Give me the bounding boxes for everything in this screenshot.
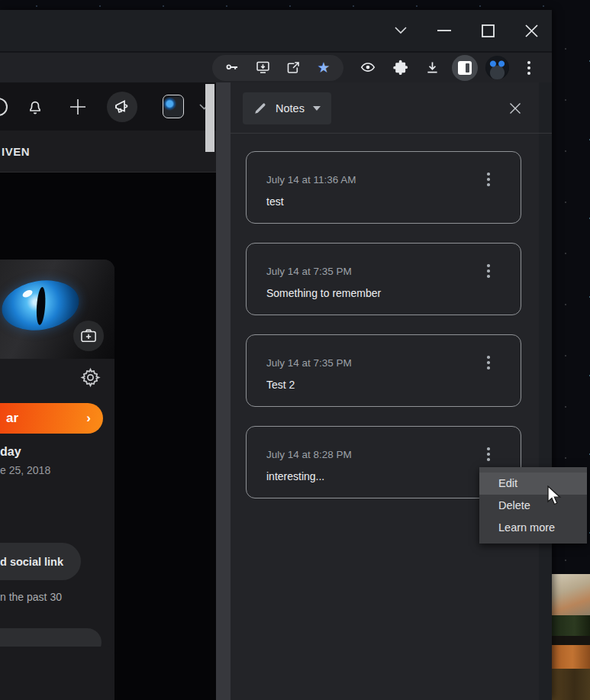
profile-photo xyxy=(0,260,114,359)
note-timestamp: July 14 at 11:36 AM xyxy=(266,174,356,185)
menu-item-edit[interactable]: Edit xyxy=(479,473,587,495)
note-text: Test 2 xyxy=(266,379,295,391)
note-text: Something to remember xyxy=(266,287,381,299)
minimize-button[interactable] xyxy=(433,19,456,42)
caret-down-icon xyxy=(313,106,321,111)
panel-close-button[interactable] xyxy=(508,101,523,116)
note-timestamp: July 14 at 8:28 PM xyxy=(266,449,352,460)
titlebar xyxy=(0,10,552,51)
birthday-title: day xyxy=(0,445,21,459)
notes-side-panel: Notes July 14 at 11:36 AM test xyxy=(231,82,552,700)
note-card[interactable]: July 14 at 7:35 PM Something to remember xyxy=(246,243,521,315)
section-label: IVEN xyxy=(2,145,30,158)
note-menu-kebab-icon[interactable] xyxy=(482,447,495,463)
add-social-link-button[interactable]: d social link xyxy=(0,543,81,580)
note-timestamp: July 14 at 7:35 PM xyxy=(266,266,352,277)
key-icon[interactable] xyxy=(220,56,244,80)
wallpaper-vegetation xyxy=(551,615,590,636)
downloads-icon[interactable] xyxy=(420,56,444,80)
maximize-button[interactable] xyxy=(476,19,499,42)
bookmark-star-icon[interactable]: ★ xyxy=(311,56,336,80)
megaphone-icon xyxy=(113,98,131,115)
browser-window: ★ xyxy=(0,10,552,700)
browser-toolbar: ★ xyxy=(0,51,552,82)
note-menu-kebab-icon[interactable] xyxy=(482,173,495,188)
megaphone-button[interactable] xyxy=(107,92,137,122)
menu-item-delete[interactable]: Delete xyxy=(479,495,587,517)
settings-gear-icon[interactable] xyxy=(80,367,101,388)
change-photo-button[interactable] xyxy=(73,321,104,351)
wallpaper-foreground xyxy=(551,669,590,700)
notes-dropdown-button[interactable]: Notes xyxy=(243,92,331,124)
close-icon xyxy=(509,102,521,115)
birthday-date: e 25, 2018 xyxy=(0,464,50,476)
panel-right-gutter xyxy=(539,82,552,700)
close-button[interactable] xyxy=(520,19,543,42)
note-context-menu: Edit Delete Learn more xyxy=(479,467,587,544)
note-card[interactable]: July 14 at 11:36 AM test xyxy=(246,151,521,224)
notes-panel-header: Notes xyxy=(231,82,552,134)
note-card[interactable]: July 14 at 7:35 PM Test 2 xyxy=(246,334,521,407)
next-section-card xyxy=(0,647,114,700)
wallpaper-field xyxy=(551,645,590,669)
side-panel-button[interactable] xyxy=(452,55,478,81)
stats-text: n the past 30 xyxy=(0,591,62,603)
note-menu-kebab-icon[interactable] xyxy=(482,356,495,371)
note-menu-kebab-icon[interactable] xyxy=(482,264,495,279)
screen: ★ xyxy=(0,0,590,700)
page-scrollbar-thumb[interactable] xyxy=(205,84,214,152)
wallpaper-rock xyxy=(551,574,590,615)
cta-button[interactable]: ar › xyxy=(0,403,103,434)
partial-circle-icon[interactable] xyxy=(0,98,8,116)
panel-separator[interactable] xyxy=(216,82,231,700)
extensions-puzzle-icon[interactable] xyxy=(388,56,412,80)
add-social-link-label: d social link xyxy=(0,556,63,568)
content-area: IVEN xyxy=(0,82,552,700)
side-panel-icon xyxy=(458,61,472,75)
pencil-icon xyxy=(253,102,267,115)
browser-profile-avatar[interactable] xyxy=(485,56,509,79)
user-avatar-thumbnail[interactable] xyxy=(163,95,184,118)
cta-chevron-icon: › xyxy=(86,411,91,426)
webpage-view: IVEN xyxy=(0,82,216,700)
camera-plus-icon xyxy=(80,328,97,344)
notes-list: July 14 at 11:36 AM test July 14 at 7:35… xyxy=(231,134,552,498)
cat-eye-image xyxy=(0,275,83,337)
save-to-device-icon[interactable] xyxy=(250,56,275,80)
dropdown-chevron-icon[interactable] xyxy=(389,19,412,42)
site-section-bar: IVEN xyxy=(0,131,216,173)
note-text: interesting... xyxy=(266,470,324,482)
profile-card: ar › day e 25, 2018 d social link n the … xyxy=(0,260,114,700)
wallpaper-shadow xyxy=(551,636,590,645)
site-header xyxy=(0,82,216,131)
menu-item-learn-more[interactable]: Learn more xyxy=(479,517,587,539)
page-actions-group: ★ xyxy=(212,55,343,81)
preview-eye-icon[interactable] xyxy=(356,56,380,80)
share-icon[interactable] xyxy=(281,56,305,80)
cta-label: ar xyxy=(6,411,18,426)
note-timestamp: July 14 at 7:35 PM xyxy=(266,357,352,369)
add-plus-icon[interactable] xyxy=(66,95,90,119)
mouse-cursor xyxy=(546,485,563,510)
notifications-bell-icon[interactable] xyxy=(23,95,47,119)
overflow-menu-icon[interactable] xyxy=(517,56,541,80)
notes-panel-title: Notes xyxy=(276,102,305,115)
note-text: test xyxy=(266,195,284,208)
